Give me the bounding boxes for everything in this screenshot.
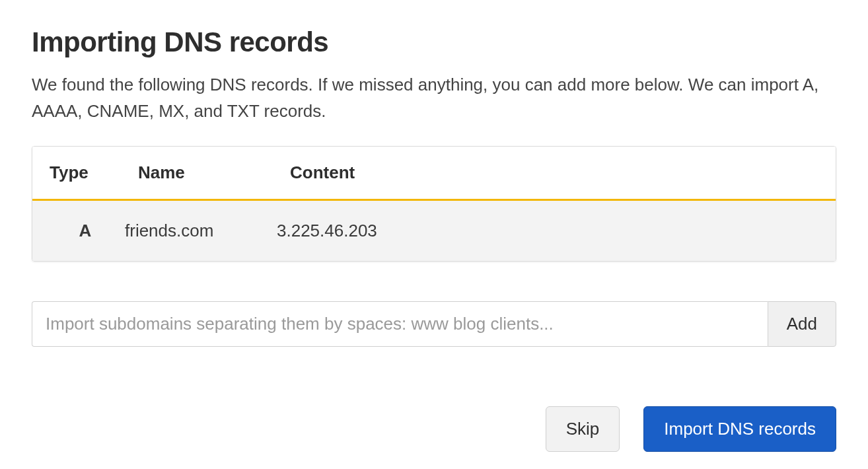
record-content: 3.225.46.203 (277, 221, 822, 241)
action-buttons: Skip Import DNS records (32, 406, 836, 452)
subdomain-input-group: Add (32, 301, 836, 347)
import-dns-records-button[interactable]: Import DNS records (643, 406, 836, 452)
table-header-name: Name (138, 162, 290, 183)
page-title: Importing DNS records (32, 26, 836, 58)
record-type: A (46, 221, 125, 241)
table-header: Type Name Content (32, 147, 836, 201)
subdomain-input[interactable] (32, 301, 768, 347)
table-header-content: Content (290, 162, 822, 183)
dns-records-table: Type Name Content A friends.com 3.225.46… (32, 146, 836, 262)
table-header-type: Type (46, 162, 138, 183)
record-name: friends.com (125, 221, 277, 241)
table-row: A friends.com 3.225.46.203 (32, 201, 836, 261)
page-description: We found the following DNS records. If w… (32, 71, 836, 125)
skip-button[interactable]: Skip (546, 406, 620, 452)
add-button[interactable]: Add (768, 301, 836, 347)
